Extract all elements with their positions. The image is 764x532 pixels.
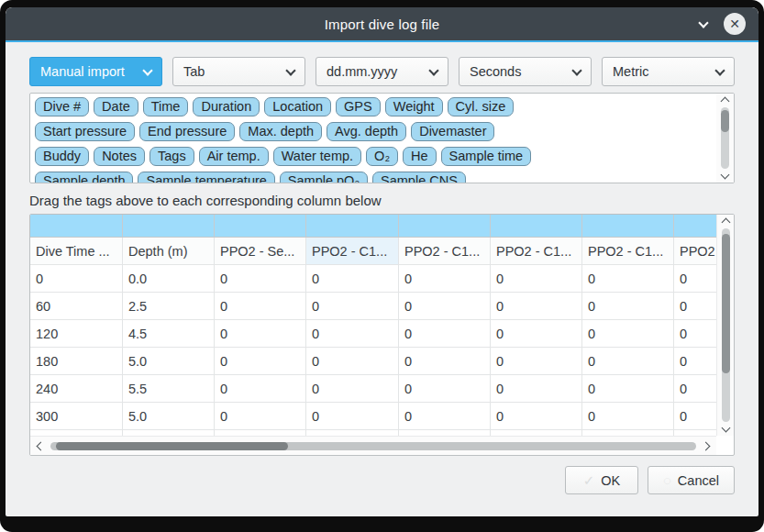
tag-max-depth[interactable]: Max. depth [239,122,322,141]
column-drop-zone-6[interactable] [582,215,674,237]
tag-panel-scrollbar[interactable] [716,94,734,183]
tag-location[interactable]: Location [264,97,331,116]
scroll-down-icon[interactable] [721,424,730,433]
column-drop-zone-3[interactable] [306,215,399,237]
table-row: 3005.0000000 [30,403,716,430]
table-vertical-scrollbar[interactable] [716,215,734,436]
column-drop-zone-4[interactable] [399,215,491,237]
table-cell: 0 [306,293,399,319]
table-hscrollbar-thumb[interactable] [56,442,288,450]
table-cell: 300 [30,403,123,429]
chevron-down-icon [571,65,581,75]
table-cell: 0 [399,348,491,374]
tag-row: BuddyNotesTagsAir temp.Water temp.O₂HeSa… [35,147,712,166]
table-header-cell-5[interactable]: PPO2 - C1... [491,238,582,264]
table-cell: 0 [491,348,582,374]
table-row: 1204.5000000 [30,320,716,348]
tag-tags[interactable]: Tags [149,147,194,166]
tag-sample-time[interactable]: Sample time [441,147,532,166]
select-tab[interactable]: Tab [172,57,305,86]
table-cell: 0 [674,403,716,429]
tag-scrollbar-track[interactable] [721,107,729,169]
tag-sample-cns[interactable]: Sample CNS [372,172,466,183]
table-header-cell-3[interactable]: PPO2 - C1... [306,238,399,264]
tag-dive[interactable]: Dive # [35,97,89,116]
tag-row: Dive #DateTimeDurationLocationGPSWeightC… [35,97,712,116]
column-drop-zone-7[interactable] [674,215,716,237]
tag-air-temp[interactable]: Air temp. [199,147,269,166]
table-cell: 0 [491,265,582,292]
table-cell: 120 [30,320,123,347]
table-horizontal-scrollbar[interactable] [30,436,716,455]
table-cell: 0 [306,320,399,347]
tag-gps[interactable]: GPS [336,97,381,116]
table-cell: 60 [30,293,123,319]
tag-buddy[interactable]: Buddy [35,147,89,166]
table-cell: 0 [399,320,491,347]
tag-weight[interactable]: Weight [385,97,443,116]
table-header-cell-6[interactable]: PPO2 - C1... [582,238,674,264]
table-hscrollbar-track[interactable] [50,442,696,450]
table-header-cell-2[interactable]: PPO2 - Se... [215,238,306,264]
table-row: 1805.0000000 [30,348,716,375]
tag-sample-temperature[interactable]: Sample temperature [138,172,274,183]
table-header-cell-4[interactable]: PPO2 - C1... [399,238,491,264]
tag-water-temp[interactable]: Water temp. [273,147,361,166]
table-cell: 0 [306,265,399,292]
table-cell: 0 [674,348,716,374]
table-cell: 0 [582,320,674,347]
table-cell: 0 [215,403,306,429]
scroll-right-icon[interactable] [702,442,711,451]
ok-button[interactable]: ✓ OK [565,466,638,494]
table-header-cell-0[interactable]: Dive Time ... [30,238,123,264]
tag-time[interactable]: Time [143,97,189,116]
scroll-down-icon[interactable] [721,171,730,180]
tag-sample-po[interactable]: Sample pO₂ [280,172,368,183]
import-preview-table: Dive Time ...Depth (m)PPO2 - Se...PPO2 -… [29,214,735,456]
column-drop-zone-1[interactable] [123,215,215,237]
table-cell: 0 [491,375,582,402]
table-cell: 0 [215,293,306,319]
select-dd-mm-yyyy[interactable]: dd.mm.yyyy [316,57,448,86]
table-cell: 0 [582,348,674,374]
window-title: Import dive log file [325,17,440,32]
table-body: 00.0000000602.50000001204.50000001805.00… [30,265,716,436]
column-drop-zone-2[interactable] [215,215,306,237]
scroll-up-icon[interactable] [721,218,730,227]
cancel-label: Cancel [678,473,719,488]
table-cell: 0 [215,320,306,347]
select-manual-import[interactable]: Manual import [29,57,162,86]
tag-divemaster[interactable]: Divemaster [411,122,494,141]
tag-end-pressure[interactable]: End pressure [139,122,235,141]
table-vscrollbar-thumb[interactable] [722,234,730,373]
tag-start-pressure[interactable]: Start pressure [35,122,135,141]
tag-notes[interactable]: Notes [94,147,145,166]
table-cell: 0 [399,375,491,402]
column-drop-zone-0[interactable] [30,215,123,237]
table-vscrollbar-track[interactable] [722,228,730,422]
select-seconds[interactable]: Seconds [459,57,592,86]
select-value: Tab [183,64,205,79]
tag-cyl-size[interactable]: Cyl. size [448,97,515,116]
tag-scrollbar-thumb[interactable] [721,110,729,132]
scroll-up-icon[interactable] [721,97,730,106]
column-drop-zone-5[interactable] [491,215,582,237]
shade-window-icon[interactable] [698,17,708,28]
tag-panel: Dive #DateTimeDurationLocationGPSWeightC… [29,93,735,183]
tag-avg-depth[interactable]: Avg. depth [327,122,406,141]
scroll-left-icon[interactable] [37,442,46,451]
table-header-cell-1[interactable]: Depth (m) [123,238,215,264]
tag-sample-depth[interactable]: Sample depth [35,172,133,183]
select-metric[interactable]: Metric [602,57,735,86]
tag-duration[interactable]: Duration [193,97,260,116]
cancel-circle-icon: ◌ [663,472,671,488]
chevron-down-icon [428,65,438,75]
tag-o[interactable]: O₂ [366,147,398,166]
cancel-button[interactable]: ◌ Cancel [648,466,735,494]
table-header-cell-7[interactable]: PPO2 [674,238,716,264]
titlebar[interactable]: Import dive log file ✕ [6,7,758,40]
tag-he[interactable]: He [403,147,437,166]
select-value: dd.mm.yyyy [327,64,397,79]
close-button[interactable]: ✕ [724,13,746,35]
tag-date[interactable]: Date [94,97,138,116]
